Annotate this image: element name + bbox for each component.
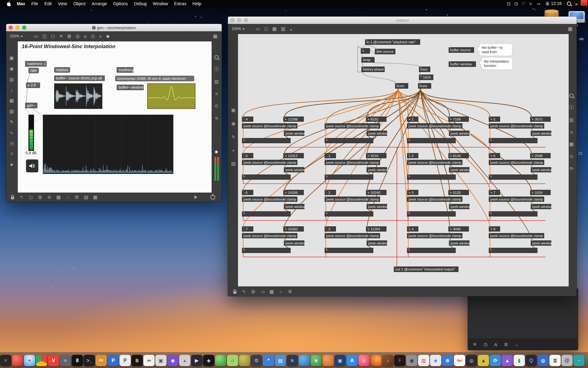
dock-blue-flower-app[interactable]: * [263, 355, 274, 366]
dock-dark-utility[interactable]: ✕ [0, 355, 11, 366]
add-box[interactable]: + 6144 [448, 153, 469, 158]
peek-source-box[interactable]: peek source @boundmode clamp [242, 123, 297, 128]
peek-source-box[interactable]: peek source @boundmode clamp [325, 233, 380, 238]
circle-icon[interactable]: ○ [276, 289, 285, 294]
peek-window-box[interactable]: peek window [284, 204, 304, 209]
peek-source-box[interactable]: peek source @boundmode clamp [407, 123, 462, 128]
offset-box[interactable]: + 4 [407, 226, 418, 232]
dock-coin-app[interactable]: ฿ [131, 355, 143, 366]
dock-eight-ball[interactable]: 8 [72, 355, 83, 366]
add-box[interactable]: + 1024 [530, 190, 551, 195]
dock-dev-app[interactable]: ⌗ [287, 355, 298, 366]
offset-box[interactable]: - 1 [325, 153, 336, 158]
dock-orange-orb-app[interactable] [322, 355, 334, 366]
multiply-box[interactable]: * [489, 248, 537, 253]
offset-box[interactable]: - 3 [325, 226, 336, 232]
lines-icon[interactable]: ≣ [504, 342, 508, 347]
close-button[interactable] [9, 25, 13, 30]
apple-menu[interactable] [4, 2, 14, 6]
toggle-icon[interactable]: ⊠ [67, 33, 71, 39]
trunc-left-object[interactable]: trunc [395, 83, 408, 89]
add-icon[interactable]: + [232, 148, 235, 153]
peek-window-box[interactable]: peek window [449, 204, 469, 209]
peek-source-box[interactable]: peek source @boundmode clamp [407, 197, 462, 202]
delete-icon[interactable]: ✕ [59, 33, 63, 39]
volume-icon[interactable]: ◅ [534, 0, 542, 7]
clock-icon[interactable]: ◷ [9, 141, 13, 146]
text-icon[interactable]: A [494, 342, 497, 347]
clock-icon[interactable]: ◷ [91, 33, 95, 39]
fract-object[interactable]: fract [419, 67, 430, 72]
dock-globe-app[interactable]: ◍ [537, 355, 549, 366]
add-icon[interactable]: + [99, 33, 102, 39]
paint-icon[interactable]: ◆ [106, 33, 110, 39]
trunc-right-object[interactable]: trunc [418, 83, 431, 89]
loadbang-object[interactable]: loadbang [117, 67, 134, 73]
clock-icon[interactable]: ◷ [484, 342, 488, 347]
speaker-icon[interactable]: ◅ [258, 289, 267, 294]
columns-icon[interactable]: ▥ [569, 117, 574, 123]
dock-olive-orb-app[interactable] [239, 355, 250, 366]
multiply-box[interactable]: * [242, 211, 291, 217]
picture-icon[interactable]: ▧ [231, 161, 236, 167]
dock-navy-app[interactable]: ▣ [334, 355, 346, 366]
dock-safari[interactable]: ✦ [24, 355, 35, 366]
buffer-source-object[interactable]: buffer source [449, 47, 474, 53]
dock-stats-app[interactable]: ▮ [514, 355, 525, 366]
dock-green-orb-app[interactable] [215, 355, 226, 366]
shortcuts-icon[interactable]: ⌗ [527, 0, 534, 7]
offset-box[interactable]: - 4 [242, 117, 253, 122]
dock-camera-app[interactable]: ◉ [406, 355, 417, 366]
offset-box[interactable]: + 3 [407, 190, 418, 195]
grid-icon[interactable]: ▦ [568, 26, 572, 32]
dock-app-store[interactable]: A [346, 355, 358, 366]
multiply-box[interactable]: * [325, 211, 373, 217]
menu-arrange[interactable]: Arrange [89, 1, 110, 6]
offset-box[interactable]: - 7 [242, 226, 253, 232]
peek-source-box[interactable]: peek source @boundmode clamp [407, 160, 462, 165]
dock-play-app[interactable]: ▶ [191, 355, 202, 366]
record-icon[interactable]: ◉ [231, 121, 235, 126]
eq-icon[interactable]: ∿ [10, 130, 14, 136]
zoom-menu[interactable]: 100% [10, 34, 23, 38]
add-box[interactable]: + 4096 [448, 226, 469, 232]
offset-box[interactable]: - 6 [242, 190, 253, 195]
multiply-box[interactable]: * [325, 248, 373, 253]
lock-icon[interactable] [230, 289, 239, 294]
note-icon[interactable]: ♪ [10, 87, 13, 93]
gen-patcher-canvas[interactable]: in 1 @comment "playback rate" + dim sour… [238, 34, 569, 287]
mute-icon[interactable]: ⊘ [45, 194, 54, 200]
peek-window-box[interactable]: peek window [531, 131, 551, 136]
dock-logic-app[interactable]: ▲ [478, 355, 489, 366]
dock-android-emulator[interactable]: ∩ [227, 355, 238, 366]
peek-window-box[interactable]: peek window [284, 240, 304, 246]
dock-red-orb-app[interactable] [12, 355, 23, 366]
list-icon[interactable]: ≡ [215, 91, 218, 96]
matrix-icon[interactable]: ▦ [9, 98, 14, 103]
out-object[interactable]: out 1 @comment "interpolated output" [394, 266, 458, 272]
dim-source-object[interactable]: dim source [375, 49, 395, 54]
multiply-box[interactable]: * [242, 248, 291, 253]
dock-unity[interactable]: ◈ [203, 355, 214, 366]
comment-icon[interactable]: ◻ [26, 194, 36, 200]
menu-file[interactable]: File [28, 1, 41, 6]
menu-extras[interactable]: Extras [171, 1, 190, 6]
frame-icon[interactable]: ▭ [256, 26, 260, 32]
offset-box[interactable]: - 2 [325, 190, 336, 195]
peek-source-box[interactable]: peek source @boundmode clamp [489, 123, 544, 128]
time-machine-icon[interactable]: ◷ [512, 0, 520, 7]
loadmess-object[interactable]: loadmess 1 [25, 61, 47, 67]
dock-teal-app[interactable]: ◦ [573, 355, 585, 366]
offset-box[interactable]: + 5 [489, 117, 500, 122]
display-icon[interactable]: ⊡ [505, 0, 512, 7]
dock-chrome[interactable]: ● [36, 355, 47, 366]
add-box[interactable]: + 10240 [366, 190, 386, 195]
keyboard-icon[interactable]: ▤ [81, 194, 91, 200]
dock-piano-app[interactable]: ≣ [549, 355, 561, 366]
minimize-button[interactable] [15, 25, 20, 30]
add-box[interactable]: + 14336 [283, 190, 304, 195]
dock-purple-app[interactable]: ◆ [167, 355, 179, 366]
multiply-box[interactable]: * [489, 174, 537, 180]
dock-media-app[interactable]: Q [526, 355, 537, 366]
multiply-box[interactable]: * [242, 174, 291, 180]
